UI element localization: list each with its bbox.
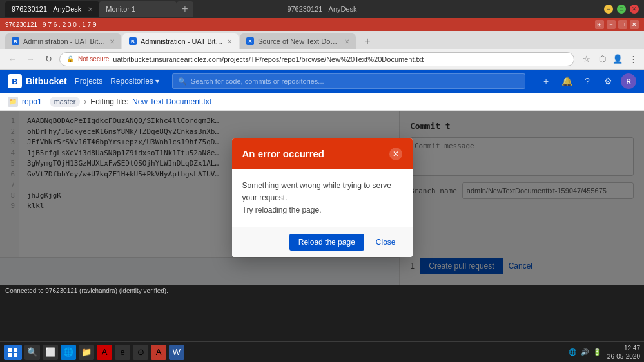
anydesk-tab-1[interactable]: 976230121 - AnyDesk ✕ <box>5 1 99 17</box>
repositories-nav-link[interactable]: Repositories ▾ <box>110 77 159 86</box>
repo-link[interactable]: repo1 <box>22 97 42 106</box>
browser-tab-2[interactable]: B Administration - UAT Bitbucket ✕ <box>122 33 239 49</box>
breadcrumb-separator: › <box>84 97 86 106</box>
modal-message-line2: Try reloading the page. <box>242 204 402 216</box>
browser-tab-3[interactable]: S Source of New Text Docume... ✕ <box>240 33 356 49</box>
minimize-button[interactable]: − <box>604 5 613 14</box>
edge-icon[interactable]: 🌐 <box>61 345 76 360</box>
anydesk-ctrl-2[interactable]: − <box>607 20 616 29</box>
tray-icons: 🌐 🔊 🔋 <box>567 347 602 357</box>
modal-title: An error occurred <box>242 148 325 159</box>
window-title: 976230121 - AnyDesk <box>287 5 356 13</box>
modal-close-button[interactable]: Close <box>369 234 402 251</box>
modal-footer: Reload the page Close <box>232 227 413 257</box>
bb-search-bar[interactable]: 🔍 Search for code, commits or repositori… <box>172 73 525 89</box>
anydesk-ctrl-1[interactable]: ⊞ <box>595 20 604 29</box>
reload-page-button[interactable]: Reload the page <box>289 234 364 251</box>
extensions-icon[interactable]: ⬡ <box>596 53 608 65</box>
windows-logo-icon <box>8 348 17 357</box>
explorer-icon[interactable]: 📁 <box>79 345 94 360</box>
acrobat-icon[interactable]: A <box>97 345 112 360</box>
error-modal: An error occurred ✕ Something went wrong… <box>232 138 413 258</box>
search-placeholder: Search for code, commits or repositories… <box>191 77 324 85</box>
bitbucket-logo[interactable]: B Bitbucket <box>8 74 67 88</box>
menu-icon[interactable]: ⋮ <box>627 53 639 65</box>
branch-badge: master <box>50 97 81 107</box>
forward-button[interactable]: → <box>23 52 37 66</box>
main-content: 1 2 3 4 5 6 7 8 9 AAABNgBODAoPeIIqdkcFOu… <box>0 111 644 285</box>
anydesk-titlebar: 976230121 - AnyDesk ✕ Monitor 1 + 976230… <box>0 0 644 18</box>
create-icon[interactable]: + <box>538 73 554 89</box>
anydesk-new-tab[interactable]: + <box>177 1 193 17</box>
start-button[interactable] <box>4 345 22 360</box>
anydesk-ip: 9 7 6 . 2 3 0 . 1 7 9 <box>43 21 96 28</box>
reload-button[interactable]: ↻ <box>41 52 55 66</box>
modal-header: An error occurred ✕ <box>232 138 413 169</box>
modal-message-line1: Something went wrong while trying to ser… <box>242 180 402 204</box>
browser-tab-1-text: Administration - UAT Bitbucket <box>23 37 106 45</box>
repositories-nav-text: Repositories <box>110 77 153 86</box>
anydesk-tab-1-label: 976230121 - AnyDesk <box>12 5 81 13</box>
tray-network-icon[interactable]: 🌐 <box>567 347 578 357</box>
new-tab-button[interactable]: + <box>360 33 375 49</box>
anydesk-tab-2-label: Monitor 1 <box>106 5 135 13</box>
browser-tab-2-close[interactable]: ✕ <box>227 38 232 45</box>
tray-battery-icon[interactable]: 🔋 <box>592 347 602 357</box>
tray-volume-icon[interactable]: 🔊 <box>580 347 590 357</box>
anydesk-connection-info: 976230121 9 7 6 . 2 3 0 . 1 7 9 <box>5 21 96 28</box>
maximize-button[interactable]: □ <box>617 5 626 14</box>
browser-tab-2-text: Administration - UAT Bitbucket <box>141 37 223 45</box>
browser-tab-3-text: Source of New Text Docume... <box>258 37 340 45</box>
taskbar: 🔍 ⬜ 🌐 📁 A e ⊙ A W 🌐 🔊 🔋 12:47 26-05-2020 <box>0 341 644 362</box>
anydesk-ctrl-3[interactable]: □ <box>618 20 627 29</box>
svg-rect-3 <box>14 353 17 357</box>
bitbucket-header: B Bitbucket Projects Repositories ▾ 🔍 Se… <box>0 70 644 93</box>
browser-nav-bar: ← → ↻ 🔒 Not secure uatbitbucket.insuranc… <box>0 49 644 70</box>
bb-header-icons: + 🔔 ? ⚙ R <box>538 73 636 89</box>
word-icon[interactable]: W <box>169 345 184 360</box>
taskbar-time: 12:47 26-05-2020 <box>607 344 640 361</box>
back-button[interactable]: ← <box>5 52 19 66</box>
anydesk-remote-id: 976230121 <box>5 21 37 28</box>
filename-link[interactable]: New Text Document.txt <box>132 97 211 106</box>
not-secure-label: Not secure <box>78 55 109 62</box>
editing-label: Editing file: <box>90 97 128 106</box>
modal-header-close-button[interactable]: ✕ <box>389 148 402 160</box>
ie-icon[interactable]: e <box>115 345 130 360</box>
settings-icon[interactable]: ⚙ <box>600 73 616 89</box>
repo-icon: 📁 <box>8 97 18 107</box>
anydesk-control-buttons: ⊞ − □ ✕ <box>595 20 639 29</box>
browser-tab-1-close[interactable]: ✕ <box>110 38 115 45</box>
task-view-button[interactable]: ⬜ <box>43 345 58 360</box>
connected-text: Connected to 976230121 (ravichandra) (id… <box>5 287 168 294</box>
svg-rect-2 <box>8 353 12 357</box>
bookmark-icon[interactable]: ☆ <box>581 53 592 65</box>
anydesk-connection-bar: 976230121 9 7 6 . 2 3 0 . 1 7 9 ⊞ − □ ✕ <box>0 18 644 31</box>
chrome-icon[interactable]: ⊙ <box>133 345 148 360</box>
help-icon[interactable]: ? <box>580 73 595 89</box>
notifications-icon[interactable]: 🔔 <box>559 73 574 89</box>
address-text: uatbitbucket.insurancearticlez.com/proje… <box>113 55 567 63</box>
browser-tab-3-close[interactable]: ✕ <box>344 38 349 45</box>
user-avatar[interactable]: R <box>621 73 636 89</box>
connection-status-bar: Connected to 976230121 (ravichandra) (id… <box>0 285 644 296</box>
bitbucket-logo-text: Bitbucket <box>26 76 67 86</box>
anydesk-icon[interactable]: A <box>151 345 166 360</box>
time-display: 12:47 <box>607 344 640 352</box>
search-icon: 🔍 <box>178 77 187 86</box>
anydesk-ctrl-close[interactable]: ✕ <box>630 20 639 29</box>
anydesk-tab-1-close[interactable]: ✕ <box>88 6 93 13</box>
address-bar[interactable]: 🔒 Not secure uatbitbucket.insuranceartic… <box>59 52 574 66</box>
browser-tab-1[interactable]: B Administration - UAT Bitbucket ✕ <box>5 33 121 49</box>
window-controls: − □ ✕ <box>604 5 639 14</box>
search-taskbar-button[interactable]: 🔍 <box>24 345 40 360</box>
anydesk-tab-2[interactable]: Monitor 1 <box>99 1 177 17</box>
browser-tabs-bar: B Administration - UAT Bitbucket ✕ B Adm… <box>0 31 644 49</box>
profile-icon[interactable]: 👤 <box>612 53 623 65</box>
modal-overlay: An error occurred ✕ Something went wrong… <box>0 111 644 285</box>
close-button[interactable]: ✕ <box>630 5 639 14</box>
modal-body: Something went wrong while trying to ser… <box>232 169 413 227</box>
repositories-nav-arrow: ▾ <box>155 77 159 86</box>
ssl-badge: 🔒 <box>66 55 74 62</box>
projects-nav-link[interactable]: Projects <box>75 77 102 86</box>
